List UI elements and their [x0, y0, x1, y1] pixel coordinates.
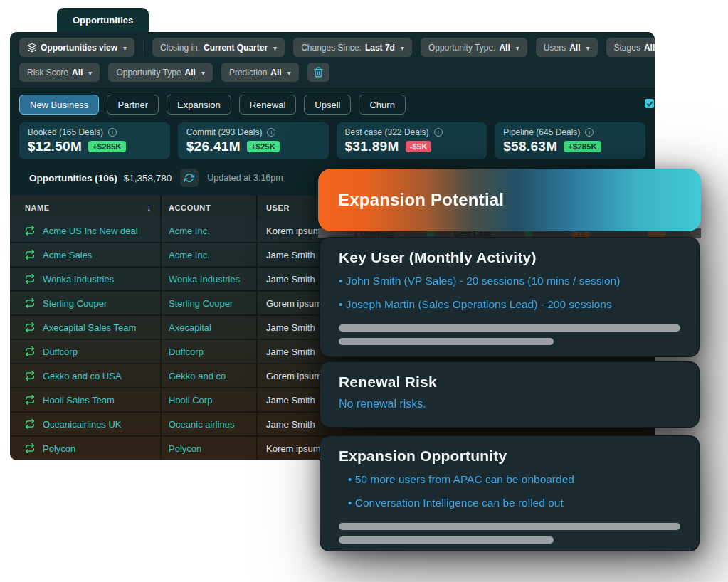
select-all-checkbox[interactable] — [645, 99, 654, 108]
section-expansion-opportunity: Expansion Opportunity 50 more users from… — [320, 435, 700, 551]
trash-icon — [313, 67, 324, 78]
tab-upsell[interactable]: Upsell — [304, 95, 351, 115]
user-name: Jame Smith — [266, 346, 315, 357]
bullet-item: 50 more users from APAC can be onboarded — [339, 471, 680, 488]
metric-value: $58.63M — [503, 139, 557, 154]
user-name: Gorem ipsum — [266, 298, 322, 309]
opportunity-name-link[interactable]: Sterling Cooper — [43, 298, 107, 309]
tab-new-business[interactable]: New Business — [19, 95, 99, 115]
popup-title: Expansion Potential — [338, 190, 504, 210]
skeleton-bar — [339, 536, 554, 544]
popup-header: Expansion Potential — [318, 169, 701, 231]
account-link[interactable]: Sterling Cooper — [169, 298, 233, 309]
filter-closing-in[interactable]: Closing in: Current Quarter — [152, 38, 285, 57]
filter-prefix: Opportunity Type — [116, 68, 181, 78]
info-icon[interactable] — [267, 128, 275, 137]
sync-icon — [25, 274, 35, 284]
metric-label: Commit (293 Deals) — [186, 127, 263, 137]
section-text: No renewal risks. — [339, 398, 680, 411]
skeleton-bar — [339, 523, 680, 530]
clear-filters-button[interactable] — [307, 63, 329, 82]
sync-icon — [25, 346, 35, 356]
info-icon[interactable] — [434, 128, 443, 137]
filter-value: All — [499, 43, 510, 53]
user-name: Korem ipsum — [266, 443, 321, 454]
filter-opportunity-type-2[interactable]: Opportunity Type All — [108, 63, 213, 82]
filter-stages[interactable]: Stages All — [606, 38, 655, 57]
view-selector-dropdown[interactable]: Opportunities view — [19, 38, 134, 57]
account-link[interactable]: Acme Inc. — [169, 250, 210, 260]
metric-label: Booked (165 Deals) — [28, 127, 103, 137]
sync-icon — [25, 443, 35, 453]
opportunity-name-link[interactable]: Acme Sales — [43, 250, 92, 260]
account-link[interactable]: Axecapital — [169, 322, 211, 333]
sort-descending-icon — [147, 202, 152, 213]
chevron-down-icon — [399, 43, 404, 53]
metric-value: $12.50M — [28, 139, 82, 154]
account-link[interactable]: Duffcorp — [169, 346, 204, 357]
tab-renewal[interactable]: Renewal — [239, 95, 297, 115]
skeleton-bars — [339, 324, 680, 345]
filter-prefix: Closing in: — [160, 43, 200, 53]
info-icon[interactable] — [585, 128, 594, 137]
filter-prefix: Opportunity Type: — [428, 43, 496, 53]
column-label: ACCOUNT — [169, 203, 211, 212]
account-link[interactable]: Polycon — [169, 443, 201, 454]
delta-badge: -$5K — [406, 141, 432, 152]
chevron-down-icon — [584, 43, 589, 53]
tab-churn[interactable]: Churn — [359, 95, 405, 115]
metric-card-booked: Booked (165 Deals) $12.50M+$285K — [19, 122, 170, 159]
opportunity-name-link[interactable]: Acme US Inc New deal — [43, 226, 138, 236]
info-icon[interactable] — [108, 128, 117, 137]
filter-value: All — [270, 68, 281, 78]
updated-timestamp: Updated at 3:16pm — [207, 173, 283, 183]
account-link[interactable]: Acme Inc. — [169, 226, 210, 236]
opportunity-name-link[interactable]: Axecapital Sales Team — [43, 322, 136, 333]
sync-icon — [25, 322, 35, 332]
tab-partner[interactable]: Partner — [107, 95, 159, 115]
filter-value: Last 7d — [365, 43, 395, 53]
filter-value: All — [569, 43, 580, 53]
bullet-item: John Smith (VP Sales) - 20 sessions (10 … — [339, 273, 680, 290]
column-header-name[interactable]: NAME — [10, 196, 162, 219]
chevron-down-icon — [285, 68, 291, 78]
chevron-down-icon — [199, 68, 205, 78]
filter-value: All — [644, 43, 655, 53]
account-link[interactable]: Oceanic airlines — [169, 419, 235, 430]
delta-badge: +$25K — [247, 141, 280, 152]
skeleton-bar — [339, 338, 554, 345]
window-tab-opportunities[interactable]: Opportunities — [57, 8, 149, 32]
filter-prefix: Risk Score — [27, 68, 68, 78]
view-selector-label: Opportunities view — [41, 43, 117, 53]
metric-value: $26.41M — [186, 139, 241, 154]
opportunity-name-link[interactable]: Gekko and co USA — [43, 371, 122, 381]
column-label: USER — [266, 203, 290, 212]
opportunity-name-link[interactable]: Duffcorp — [43, 346, 78, 357]
opportunity-name-link[interactable]: Hooli Sales Team — [43, 395, 115, 406]
account-link[interactable]: Gekko and co — [169, 371, 226, 381]
filter-prefix: Stages — [614, 43, 640, 53]
user-name: Korem ipsum — [266, 226, 321, 236]
column-header-account[interactable]: ACCOUNT — [162, 196, 258, 219]
sync-icon — [25, 298, 35, 308]
account-link[interactable]: Hooli Corp — [169, 395, 212, 406]
filter-prediction[interactable]: Prediction All — [221, 63, 299, 82]
filter-users[interactable]: Users All — [536, 38, 598, 57]
account-link[interactable]: Wonka Industries — [169, 274, 240, 285]
metric-value: $31.89M — [345, 139, 399, 154]
metric-card-pipeline: Pipeline (645 Deals) $58.63M+$285K — [495, 122, 645, 159]
sync-icon — [25, 419, 35, 429]
opportunities-total-value: $1,358,780 — [124, 173, 172, 184]
filter-changes-since[interactable]: Changes Since: Last 7d — [293, 38, 412, 57]
metric-card-best-case: Best case (322 Deals) $31.89M-$5K — [337, 122, 487, 159]
opportunity-name-link[interactable]: Wonka Industries — [43, 274, 114, 285]
tab-expansion[interactable]: Expansion — [167, 95, 231, 115]
filter-risk-score[interactable]: Risk Score All — [19, 63, 100, 82]
opportunity-name-link[interactable]: Oceanicairlines UK — [43, 419, 122, 430]
refresh-button[interactable] — [180, 169, 199, 187]
opportunity-name-link[interactable]: Polycon — [43, 443, 75, 454]
filter-divider — [143, 39, 144, 56]
filter-opportunity-type[interactable]: Opportunity Type: All — [421, 38, 527, 57]
metric-cards-row: Booked (165 Deals) $12.50M+$285K Commit … — [19, 122, 645, 159]
delta-badge: +$285K — [88, 141, 126, 152]
